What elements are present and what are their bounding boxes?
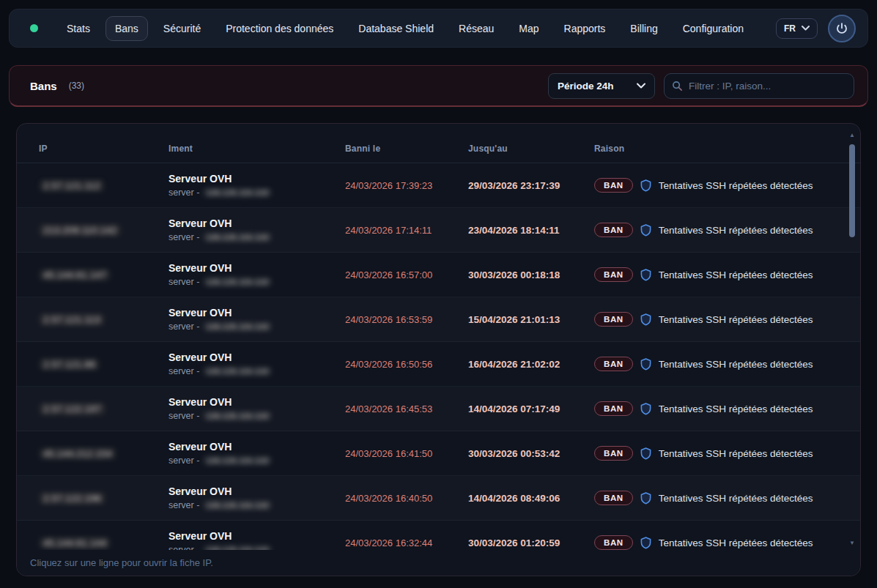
reason-cell: BAN Tentatives SSH répétées détectées: [594, 178, 828, 193]
reason-text: Tentatives SSH répétées détectées: [659, 269, 813, 280]
redacted-host-ip: 135.125.115.132: [202, 233, 272, 242]
table-row[interactable]: 2.57.122.197 Serveur OVH server - 135.12…: [17, 387, 860, 431]
until-cell: 14/04/2026 08:49:06: [468, 493, 594, 504]
equipment-cell: Serveur OVH server - 135.125.115.132: [169, 485, 345, 510]
shield-icon: [640, 179, 651, 192]
shield-icon: [640, 224, 651, 237]
ip-cell: 2.57.121.86: [39, 357, 169, 371]
ip-cell: 2.57.121.113: [39, 313, 169, 326]
chevron-down-icon: [802, 26, 810, 31]
reason-cell: BAN Tentatives SSH répétées détectées: [594, 535, 828, 550]
ban-badge: BAN: [594, 312, 633, 327]
until-cell: 30/03/2026 00:53:42: [468, 448, 594, 459]
equipment-sub-prefix: server -: [169, 277, 199, 287]
nav-item-billing[interactable]: Billing: [621, 16, 667, 41]
equipment-sub-prefix: server -: [169, 187, 199, 198]
reason-text: Tentatives SSH répétées détectées: [659, 225, 813, 236]
shield-icon: [640, 313, 651, 326]
reason-cell: BAN Tentatives SSH répétées détectées: [594, 312, 828, 327]
scrollbar-thumb[interactable]: [849, 144, 855, 237]
filter-input[interactable]: [689, 81, 846, 92]
reason-text: Tentatives SSH répétées détectées: [659, 403, 813, 414]
ban-badge: BAN: [594, 357, 633, 371]
redacted-ip: 2.57.121.86: [39, 358, 100, 371]
column-header-banned-at: Banni le: [345, 144, 468, 154]
reason-text: Tentatives SSH répétées détectées: [659, 493, 813, 504]
banned-at-cell: 24/03/2026 17:39:23: [345, 180, 468, 191]
bans-header-panel: Bans (33) Période 24h: [9, 65, 868, 107]
equipment-cell: Serveur OVH server - 135.125.115.132: [169, 351, 345, 376]
column-header-equipment: Iment: [169, 144, 345, 154]
language-select[interactable]: FR: [776, 18, 818, 39]
ip-cell: 45.144.212.154: [39, 447, 169, 460]
shield-icon: [640, 492, 651, 505]
until-cell: 16/04/2026 21:02:02: [468, 359, 594, 370]
reason-text: Tentatives SSH répétées détectées: [659, 537, 813, 548]
power-button[interactable]: [828, 15, 856, 42]
page-title: Bans: [30, 80, 57, 92]
table-row[interactable]: 2.57.121.112 Serveur OVH server - 135.12…: [17, 163, 860, 208]
ban-badge: BAN: [594, 446, 633, 461]
nav-item-rapports[interactable]: Rapports: [555, 16, 615, 41]
equipment-cell: Serveur OVH server - 135.125.115.132: [169, 307, 345, 332]
scrollbar: ▲ ▼: [848, 133, 856, 546]
nav-item-stats[interactable]: Stats: [57, 16, 100, 41]
ip-cell: 213.209.110.142: [39, 223, 169, 237]
until-cell: 30/03/2026 00:18:18: [468, 269, 594, 280]
banned-at-cell: 24/03/2026 16:53:59: [345, 314, 468, 325]
equipment-name: Serveur OVH: [169, 307, 345, 320]
equipment-cell: Serveur OVH server - 135.125.115.132: [169, 173, 345, 198]
redacted-host-ip: 135.125.115.132: [202, 322, 272, 331]
ban-badge: BAN: [594, 401, 633, 416]
status-dot-icon: [30, 24, 38, 32]
nav-item-configuration[interactable]: Configuration: [673, 16, 753, 41]
equipment-cell: Serveur OVH server - 135.125.115.132: [169, 217, 345, 242]
equipment-sub-prefix: server -: [169, 321, 199, 332]
redacted-ip: 45.144.212.154: [39, 447, 116, 460]
until-cell: 29/03/2026 23:17:39: [468, 180, 594, 191]
equipment-sub-prefix: server -: [169, 411, 199, 421]
equipment-sub-prefix: server -: [169, 455, 199, 466]
nav-item-protection-des-donn-es[interactable]: Protection des données: [216, 16, 343, 41]
filter-input-wrapper: [664, 73, 854, 99]
table-row[interactable]: 2.57.121.86 Serveur OVH server - 135.125…: [17, 342, 860, 387]
ip-cell: 45.144.61.144: [39, 536, 169, 549]
nav-item-map[interactable]: Map: [509, 16, 548, 41]
scroll-up-arrow-icon[interactable]: ▲: [848, 133, 856, 138]
reason-text: Tentatives SSH répétées détectées: [659, 180, 813, 191]
top-navbar: StatsBansSécuritéProtection des donnéesD…: [9, 9, 868, 48]
period-selected-label: Période 24h: [558, 81, 614, 92]
banned-at-cell: 24/03/2026 16:40:50: [345, 493, 468, 504]
equipment-name: Serveur OVH: [169, 351, 345, 365]
table-row[interactable]: 45.144.61.147 Serveur OVH server - 135.1…: [17, 253, 860, 297]
nav-item-bans[interactable]: Bans: [106, 16, 148, 41]
redacted-host-ip: 135.125.115.132: [202, 501, 272, 510]
power-icon: [835, 22, 848, 35]
footer-hint: Cliquez sur une ligne pour ouvrir la fic…: [30, 557, 213, 568]
nav-item-r-seau[interactable]: Réseau: [449, 16, 503, 41]
language-selected-label: FR: [784, 23, 796, 34]
scroll-down-arrow-icon[interactable]: ▼: [848, 540, 856, 546]
ip-cell: 45.144.61.147: [39, 268, 169, 281]
ban-badge: BAN: [594, 223, 633, 237]
nav-item-database-shield[interactable]: Database Shield: [349, 16, 443, 41]
table-footer: Cliquez sur une ligne pour ouvrir la fic…: [17, 550, 860, 576]
table-row[interactable]: 213.209.110.142 Serveur OVH server - 135…: [17, 208, 860, 253]
table-row[interactable]: 2.57.121.113 Serveur OVH server - 135.12…: [17, 297, 860, 342]
banned-at-cell: 24/03/2026 16:57:00: [345, 269, 468, 280]
equipment-name: Serveur OVH: [169, 485, 345, 499]
table-row[interactable]: 2.57.122.196 Serveur OVH server - 135.12…: [17, 476, 860, 521]
equipment-cell: Serveur OVH server - 135.125.115.132: [169, 441, 345, 466]
banned-at-cell: 24/03/2026 16:32:44: [345, 537, 468, 548]
ip-cell: 2.57.122.197: [39, 402, 169, 415]
table-row[interactable]: 45.144.212.154 Serveur OVH server - 135.…: [17, 431, 860, 476]
redacted-ip: 2.57.122.197: [39, 403, 106, 415]
reason-cell: BAN Tentatives SSH répétées détectées: [594, 401, 828, 416]
equipment-name: Serveur OVH: [169, 441, 345, 454]
nav-item-s-curit-[interactable]: Sécurité: [154, 16, 210, 41]
period-select[interactable]: Période 24h: [548, 73, 655, 99]
bans-count: (33): [69, 81, 84, 91]
reason-cell: BAN Tentatives SSH répétées détectées: [594, 446, 828, 461]
ban-badge: BAN: [594, 267, 633, 282]
table-row[interactable]: 45.144.61.144 Serveur OVH server - 135.1…: [17, 521, 860, 551]
